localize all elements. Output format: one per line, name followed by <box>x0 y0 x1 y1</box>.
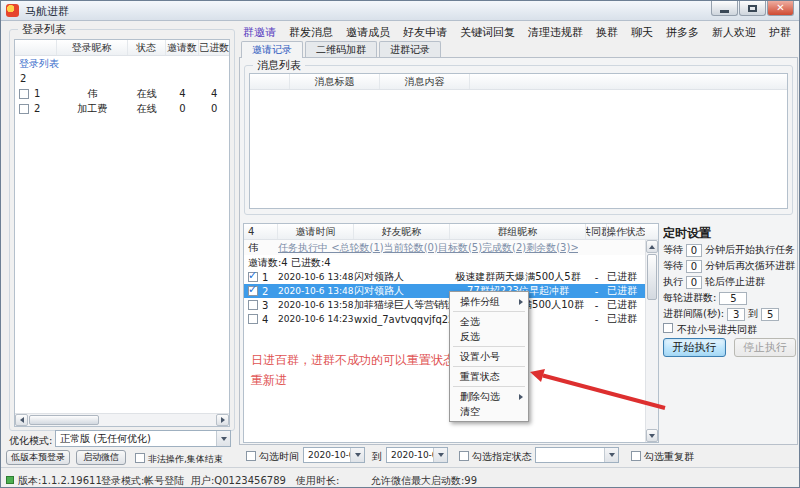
records-col-status[interactable]: 操作状态 <box>607 224 645 239</box>
login-col-nickname[interactable]: 登录昵称 <box>57 40 128 55</box>
filter-time-label: 勾选时间 <box>259 450 299 464</box>
start-wechat-button[interactable]: 启动微信 <box>76 450 126 465</box>
filter-status-checkbox[interactable] <box>459 451 469 461</box>
menu-item-invert-select[interactable]: 反选 <box>450 329 528 344</box>
scroll-right-icon[interactable] <box>216 414 229 426</box>
login-row-entered: 0 <box>199 101 229 116</box>
message-col-title[interactable]: 消息标题 <box>290 74 380 89</box>
tab-chat[interactable]: 聊天 <box>629 25 655 40</box>
record-num: 4 <box>262 314 268 325</box>
records-col-time[interactable]: 邀请时间 <box>278 224 354 239</box>
login-group-count-row: 2 <box>15 71 229 86</box>
menu-item-operate-group[interactable]: 操作分组 <box>450 294 528 309</box>
login-row-checkbox[interactable] <box>19 89 29 99</box>
date-to-select[interactable]: 2020-10-06 <box>386 447 448 463</box>
message-listview: 消息标题 消息内容 <box>249 73 788 209</box>
records-vscrollbar[interactable] <box>645 240 658 442</box>
records-vscroll-thumb[interactable] <box>647 254 657 300</box>
tab-pinduoduo[interactable]: 拼多多 <box>664 25 701 40</box>
record-checkbox[interactable] <box>248 314 258 324</box>
tab-clean-groups[interactable]: 清理违规群 <box>526 25 585 40</box>
record-common: - <box>586 298 607 312</box>
record-status: 已进群 <box>607 312 645 326</box>
no-alt-account-checkbox[interactable] <box>663 323 673 333</box>
message-col-filler <box>470 74 787 89</box>
stop-exec-button[interactable]: 停止执行 <box>734 338 796 357</box>
maximize-button[interactable] <box>739 1 766 16</box>
app-icon <box>6 4 19 17</box>
task-status-link[interactable]: 任务执行中 <总轮数(1)当前轮数(0)目标数(5)完成数(2)剩余数(3)> <box>278 240 578 255</box>
subtab-join-record[interactable]: 进群记录 <box>379 41 441 57</box>
chevron-down-icon[interactable] <box>433 448 447 462</box>
optimize-mode-select[interactable]: 正常版 (无任何优化) <box>55 430 231 447</box>
tab-protect-group[interactable]: 护群 <box>767 25 793 40</box>
records-col-num[interactable]: 4 <box>244 224 278 239</box>
login-hscrollbar[interactable] <box>15 413 229 426</box>
login-row-invited: 4 <box>166 86 200 101</box>
wait-start-input[interactable]: 0 <box>686 244 702 257</box>
per-round-input[interactable]: 5 <box>719 292 747 305</box>
record-friend: 加菲猫绿巨人等营销软件推 <box>354 298 450 312</box>
filter-time-checkbox[interactable] <box>246 451 256 461</box>
login-row-name: 加工费 <box>57 101 128 116</box>
scroll-up-icon[interactable] <box>646 240 658 253</box>
record-num: 3 <box>262 300 268 311</box>
login-col-status[interactable]: 状态 <box>128 40 166 55</box>
login-list-header: 登录昵称 状态 邀请数 已进数 <box>15 40 229 56</box>
tab-change-group[interactable]: 换群 <box>594 25 620 40</box>
tab-keyword-reply[interactable]: 关键词回复 <box>458 25 517 40</box>
menu-item-clear[interactable]: 清空 <box>450 404 528 419</box>
login-row[interactable]: 1 伟 在线 4 4 <box>15 86 229 101</box>
login-col-invited[interactable]: 邀请数 <box>166 40 200 55</box>
status-duration: 使用时长: <box>296 474 339 488</box>
window-title: 马航进群 <box>25 4 69 19</box>
scroll-left-icon[interactable] <box>15 414 28 426</box>
minimize-button[interactable] <box>711 1 738 16</box>
scroll-down-icon[interactable] <box>646 429 658 442</box>
record-checkbox[interactable] <box>248 300 258 310</box>
login-col-entered[interactable]: 已进数 <box>199 40 229 55</box>
chevron-down-icon[interactable] <box>604 448 618 462</box>
menu-item-select-all[interactable]: 全选 <box>450 314 528 329</box>
message-col-content[interactable]: 消息内容 <box>380 74 470 89</box>
login-list-title: 登录列表 <box>18 22 70 37</box>
login-hscroll-thumb[interactable] <box>29 415 99 425</box>
subtab-invite-record[interactable]: 邀请记录 <box>241 41 303 58</box>
login-row[interactable]: 2 加工费 在线 0 0 <box>15 101 229 116</box>
tab-newcomer-welcome[interactable]: 新人欢迎 <box>710 25 758 40</box>
record-row[interactable]: 1 2020-10-6 13:48:7 闪对领路人 极速建群两天爆满500人5群… <box>244 270 658 284</box>
menu-item-set-alt-account[interactable]: 设置小号 <box>450 349 528 364</box>
menu-item-delete-checked[interactable]: 删除勾选 <box>450 389 528 404</box>
subtab-qrcode-join[interactable]: 二维码加群 <box>305 41 377 57</box>
status-filter-select[interactable] <box>535 447 619 463</box>
prelogin-button[interactable]: 低版本预登录 <box>6 450 70 465</box>
record-checkbox[interactable] <box>248 286 258 296</box>
wait-loop-input[interactable]: 0 <box>686 260 702 273</box>
tab-invite-member[interactable]: 邀请成员 <box>344 25 392 40</box>
close-button[interactable]: ✕ <box>767 1 794 16</box>
chevron-down-icon[interactable] <box>216 431 230 446</box>
start-exec-button[interactable]: 开始执行 <box>663 338 726 357</box>
tab-group-invite[interactable]: 群邀请 <box>241 25 278 40</box>
timer-panel-title: 定时设置 <box>663 225 796 242</box>
records-col-friend[interactable]: 好友昵称 <box>354 224 450 239</box>
record-status: 已进群 <box>607 284 645 298</box>
records-col-common[interactable]: 共同群 <box>586 224 607 239</box>
submenu-arrow-icon <box>519 299 523 305</box>
tab-friend-request[interactable]: 好友申请 <box>401 25 449 40</box>
exec-rounds-input[interactable]: 0 <box>686 276 702 289</box>
chevron-down-icon[interactable] <box>350 448 364 462</box>
status-max-launch: 允许微信最大启动数:99 <box>371 474 477 488</box>
login-row-checkbox[interactable] <box>19 104 29 114</box>
illegal-end-checkbox[interactable] <box>135 453 145 463</box>
records-col-group[interactable]: 群组昵称 <box>450 224 586 239</box>
tab-group-message[interactable]: 群发消息 <box>287 25 335 40</box>
interval-to-input[interactable]: 5 <box>761 308 779 321</box>
interval-from-input[interactable]: 3 <box>727 308 745 321</box>
filter-repeat-checkbox[interactable] <box>631 451 641 461</box>
record-checkbox[interactable] <box>248 272 258 282</box>
login-row-name: 伟 <box>57 86 128 101</box>
menu-item-reset-status[interactable]: 重置状态 <box>450 369 528 384</box>
date-from-select[interactable]: 2020-10-06 <box>303 447 365 463</box>
menu-separator <box>453 346 525 347</box>
